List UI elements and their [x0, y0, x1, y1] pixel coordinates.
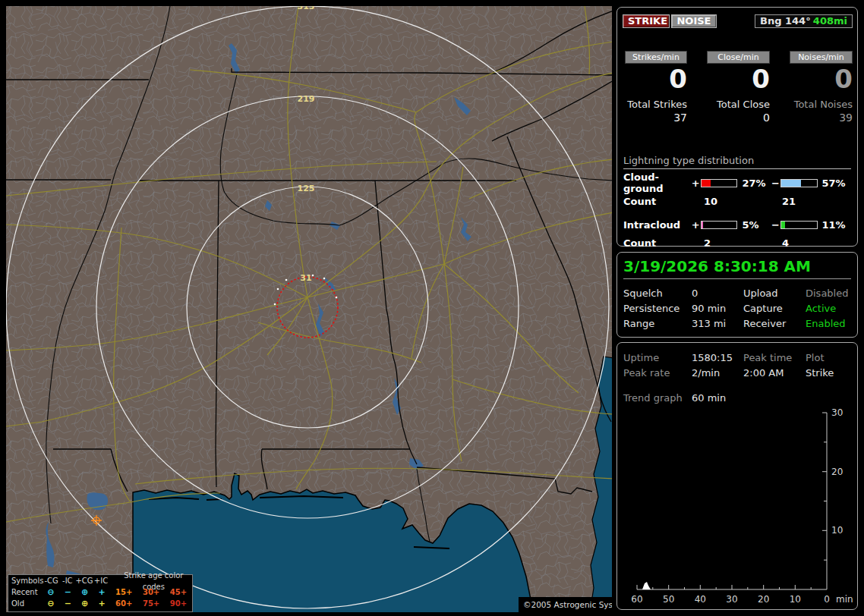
strikes-per-min-chip[interactable]: Strikes/min: [625, 51, 687, 64]
legend-recent-row: Recent ⊖ − ⊕ + 15+ 30+ 45+: [8, 586, 192, 598]
legend-old-row: Old ⊖ − ⊕ + 60+ 75+ 90+: [8, 598, 192, 609]
ring-label-219: 219: [298, 94, 315, 104]
strikes-counter-column: 0 Total Strikes 37: [614, 64, 687, 124]
x-tick-40: 40: [695, 594, 706, 605]
total-noises-label: Total Noises: [780, 99, 853, 110]
noises-per-min-chip[interactable]: Noises/min: [790, 51, 853, 64]
ic-plus-count: 2: [704, 237, 782, 248]
trend-graph-label: Trend graph: [623, 391, 692, 406]
ic-minus-bar: [780, 221, 818, 229]
close-per-min-value: 0: [697, 64, 770, 94]
trend-window-value: 60 min: [692, 391, 726, 406]
plus-sign: +: [692, 178, 701, 189]
status-grid: Squelch 0 Upload Disabled Persistence 90…: [623, 286, 851, 332]
cloud-ground-count-row: Count 10 21: [623, 196, 851, 206]
ring-label-313: 313: [298, 6, 315, 11]
circle-plus-icon: ⊕: [76, 586, 93, 598]
plus-sign: +: [692, 219, 701, 231]
legend-old-label: Old: [11, 598, 43, 609]
peak-time-label: Peak time: [743, 350, 806, 366]
cg-plus-percent: 27%: [742, 178, 771, 189]
upload-status: Disabled: [806, 286, 851, 301]
strike-legend: Symbols -CG -IC +CG +IC Strike age color…: [8, 574, 193, 612]
count-label: Count: [623, 196, 704, 206]
minus-icon: −: [59, 598, 76, 609]
plot-value: Strike: [806, 366, 851, 381]
age-90: 90+: [165, 598, 192, 609]
plot-label: Plot: [806, 350, 851, 366]
ring-label-125: 125: [298, 184, 315, 193]
range-label: Range: [623, 316, 692, 332]
minus-sign: −: [771, 178, 780, 189]
close-per-min-chip[interactable]: Close/min: [707, 51, 770, 64]
legend-col-cg-pos: +CG: [75, 575, 93, 586]
cg-minus-count: 21: [782, 196, 796, 206]
total-close-label: Total Close: [697, 99, 770, 110]
squelch-value: 0: [692, 286, 743, 301]
strike-toggle-button[interactable]: STRIKE: [623, 14, 670, 28]
strikes-per-min-value: 0: [614, 64, 687, 94]
cg-plus-count: 10: [704, 196, 782, 206]
peak-rate-value: 2/min: [692, 366, 743, 381]
total-noises-value: 39: [780, 112, 853, 124]
age-75: 75+: [137, 598, 165, 609]
uptime-value: 1580:15: [692, 350, 743, 366]
trend-graph-row: Trend graph 60 min: [623, 391, 726, 406]
total-close-value: 0: [697, 112, 770, 124]
nexstorm-window: 313 219 125 31 ©2005 Astrogenic Systems …: [0, 0, 864, 616]
plus-icon: +: [93, 598, 110, 609]
peak-rate-label: Peak rate: [623, 366, 692, 381]
peak-time-value: 2:00 AM: [743, 366, 806, 381]
map-copyright: ©2005 Astrogenic Systems: [519, 597, 612, 612]
y-tick-10: 10: [831, 525, 843, 536]
cg-minus-bar: [780, 179, 818, 187]
legend-recent-label: Recent: [11, 586, 43, 598]
y-tick-20: 20: [831, 467, 843, 477]
x-tick-0: 0: [824, 594, 830, 605]
capture-status: Active: [806, 301, 851, 316]
cg-plus-bar: [701, 179, 738, 187]
x-tick-10: 10: [790, 594, 801, 605]
cloud-ground-row: Cloud-ground + 27% − 57%: [623, 178, 851, 188]
x-tick-50: 50: [663, 594, 674, 605]
circle-plus-icon: ⊕: [76, 598, 93, 609]
legend-col-ic-pos: +IC: [93, 575, 109, 586]
count-label: Count: [623, 237, 704, 248]
intracloud-row: Intracloud + 5% − 11%: [623, 219, 851, 230]
noise-toggle-button[interactable]: NOISE: [671, 14, 717, 28]
ring-label-31: 31: [300, 273, 311, 283]
legend-col-cg-neg: -CG: [43, 575, 59, 586]
total-strikes-label: Total Strikes: [614, 99, 687, 110]
counters-panel: STRIKE NOISE Bng 144° 408mi Strikes/min …: [616, 7, 858, 247]
circle-minus-icon: ⊖: [43, 586, 59, 598]
circle-minus-icon: ⊖: [43, 598, 59, 609]
age-30: 30+: [137, 586, 165, 598]
bearing-readout: Bng 144° 408mi: [755, 14, 853, 28]
legend-col-ic-neg: -IC: [59, 575, 75, 586]
legend-header-row: Symbols -CG -IC +CG +IC Strike age color…: [8, 575, 192, 586]
lightning-map[interactable]: 313 219 125 31 ©2005 Astrogenic Systems: [6, 6, 612, 612]
receiver-status: Enabled: [806, 316, 851, 332]
intracloud-label: Intracloud: [623, 219, 692, 231]
squelch-label: Squelch: [623, 286, 692, 301]
y-tick-30: 30: [831, 407, 843, 418]
close-counter-column: 0 Total Close 0: [697, 64, 770, 124]
plus-icon: +: [93, 586, 110, 598]
ic-plus-bar: [701, 221, 738, 229]
upload-label: Upload: [743, 286, 806, 301]
age-15: 15+: [110, 586, 137, 598]
range-value: 408mi: [813, 15, 847, 27]
bearing-value: Bng 144°: [760, 15, 811, 27]
intracloud-count-row: Count 2 4: [623, 237, 851, 248]
range-setting-value: 313 mi: [692, 316, 743, 332]
x-axis-unit: min: [836, 594, 853, 605]
cg-minus-percent: 57%: [822, 178, 851, 189]
ic-minus-percent: 11%: [822, 219, 851, 231]
datetime-display: 3/19/2026 8:30:18 AM: [623, 257, 851, 279]
legend-symbols-title: Symbols: [11, 575, 43, 586]
persistence-value: 90 min: [692, 301, 743, 316]
total-strikes-value: 37: [614, 112, 687, 124]
cloud-ground-label: Cloud-ground: [623, 171, 692, 194]
stats-trend-panel: Uptime 1580:15 Peak time Plot Peak rate …: [616, 342, 858, 610]
ic-minus-count: 4: [782, 237, 789, 248]
